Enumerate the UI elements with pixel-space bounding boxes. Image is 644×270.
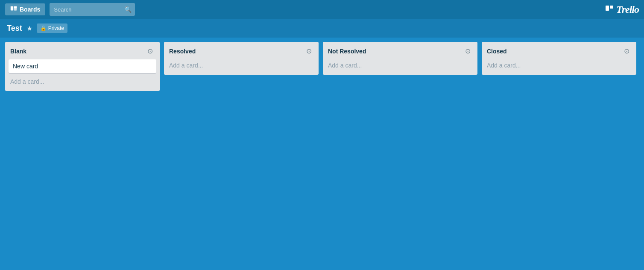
board-icon <box>10 6 17 13</box>
star-icon[interactable]: ★ <box>26 24 32 32</box>
boards-button[interactable]: Boards <box>5 3 45 15</box>
list-menu-button-not-resolved[interactable]: ⊙ <box>463 46 472 56</box>
add-card-resolved[interactable]: Add a card... <box>167 59 315 71</box>
list-title-resolved: Resolved <box>169 48 196 55</box>
svg-rect-1 <box>14 6 17 9</box>
list-title-closed: Closed <box>487 48 507 55</box>
search-wrapper: 🔍 <box>50 3 135 16</box>
lock-icon: 🔒 <box>40 25 47 31</box>
svg-rect-0 <box>11 6 13 11</box>
add-card-not-resolved[interactable]: Add a card... <box>326 59 474 71</box>
board-content: Blank⊙New cardAdd a card...Resolved⊙Add … <box>0 38 644 95</box>
privacy-label: Private <box>48 25 64 31</box>
list-menu-button-resolved[interactable]: ⊙ <box>304 46 313 56</box>
top-navigation: Boards 🔍 Trello <box>0 0 644 19</box>
svg-rect-2 <box>14 9 17 10</box>
privacy-badge[interactable]: 🔒 Private <box>37 23 67 33</box>
list-header-not-resolved: Not Resolved⊙ <box>326 45 474 59</box>
list-header-resolved: Resolved⊙ <box>167 45 315 59</box>
list-resolved: Resolved⊙Add a card... <box>164 42 319 75</box>
list-menu-button-closed[interactable]: ⊙ <box>622 46 631 56</box>
list-menu-button-blank[interactable]: ⊙ <box>146 46 155 56</box>
board-title: Test <box>7 24 22 33</box>
boards-button-label: Boards <box>20 6 40 13</box>
svg-rect-4 <box>610 6 613 9</box>
list-header-blank: Blank⊙ <box>9 45 156 59</box>
list-header-closed: Closed⊙ <box>485 45 633 59</box>
search-input[interactable] <box>50 3 135 16</box>
trello-logo: Trello <box>605 4 639 15</box>
list-blank: Blank⊙New cardAdd a card... <box>5 42 160 91</box>
list-title-blank: Blank <box>10 48 26 55</box>
card-new-card[interactable]: New card <box>9 59 156 73</box>
add-card-closed[interactable]: Add a card... <box>485 59 633 71</box>
trello-logo-icon <box>605 5 614 14</box>
board-header: Test ★ 🔒 Private <box>0 19 644 38</box>
trello-logo-text: Trello <box>616 4 639 15</box>
list-closed: Closed⊙Add a card... <box>482 42 636 75</box>
add-card-blank[interactable]: Add a card... <box>9 76 156 88</box>
svg-rect-3 <box>606 6 609 11</box>
list-title-not-resolved: Not Resolved <box>328 48 366 55</box>
list-not-resolved: Not Resolved⊙Add a card... <box>323 42 477 75</box>
